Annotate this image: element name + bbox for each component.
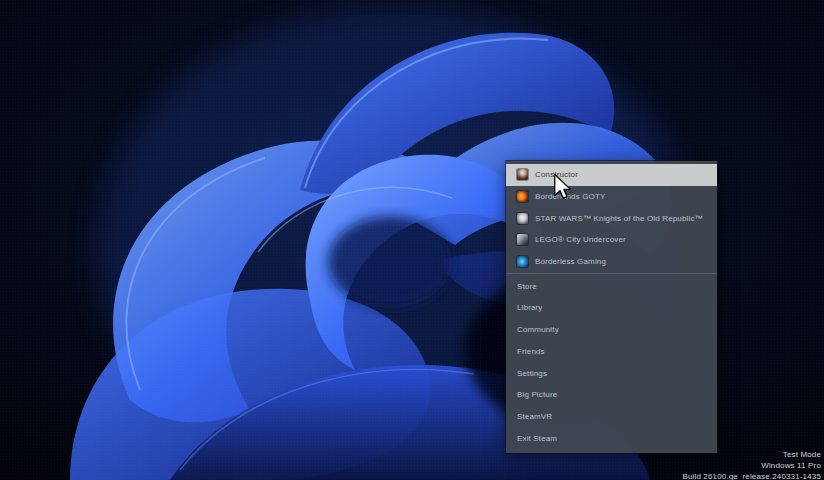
menu-separator [506,273,717,274]
tray-menu-item-big-picture[interactable]: Big Picture [506,384,717,406]
tray-menu-item-label: Community [517,325,559,334]
tray-menu-item-label: LEGO® City Undercover [535,235,626,244]
tray-menu-item-label: STAR WARS™ Knights of the Old Republic™ [535,214,703,223]
tray-menu-item-label: Settings [517,369,547,378]
tray-menu-item-lego-city-undercover[interactable]: LEGO® City Undercover [506,229,717,251]
tray-menu-item-label: Exit Steam [517,434,557,443]
tray-menu-item-steamvr[interactable]: SteamVR [506,406,717,428]
tray-menu-item-borderless-gaming[interactable]: Borderless Gaming [506,251,717,273]
tray-menu-item-label: Big Picture [517,390,557,399]
watermark-line: Build 26100.ge_release.240331-1435 [682,471,821,480]
desktop: ConstructorBorderlands GOTYSTAR WARS™ Kn… [0,0,824,480]
tray-menu-item-label: Borderlands GOTY [535,192,605,201]
tray-menu-item-library[interactable]: Library [506,297,717,319]
borderlands-game-icon [517,191,528,202]
tray-menu-item-exit-steam[interactable]: Exit Steam [506,427,717,449]
watermark-line: Test Mode [682,449,821,460]
tray-menu-item-label: Borderless Gaming [535,257,606,266]
tray-menu-item-label: SteamVR [517,412,552,421]
tray-menu-item-label: Store [517,282,537,291]
tray-menu-item-settings[interactable]: Settings [506,362,717,384]
tray-menu-item-store[interactable]: Store [506,275,717,297]
tray-menu-item-constructor[interactable]: Constructor [506,164,717,186]
watermark-line: Windows 11 Pro [682,460,821,471]
tray-menu-item-label: Constructor [535,170,578,179]
constructor-game-icon [517,169,528,180]
tray-menu-item-community[interactable]: Community [506,319,717,341]
tray-menu-item-star-wars-knights-of-the-old-republic[interactable]: STAR WARS™ Knights of the Old Republic™ [506,207,717,229]
tray-menu-item-borderlands-goty[interactable]: Borderlands GOTY [506,186,717,208]
steam-tray-menu: ConstructorBorderlands GOTYSTAR WARS™ Kn… [506,161,717,453]
borderless-gaming-game-icon [517,256,528,267]
lego-city-game-icon [517,234,528,245]
kotor-game-icon [517,213,528,224]
tray-menu-item-label: Friends [517,347,545,356]
windows-watermark: Test ModeWindows 11 ProBuild 26100.ge_re… [682,449,821,480]
tray-menu-item-friends[interactable]: Friends [506,341,717,363]
tray-menu-item-label: Library [517,303,543,312]
